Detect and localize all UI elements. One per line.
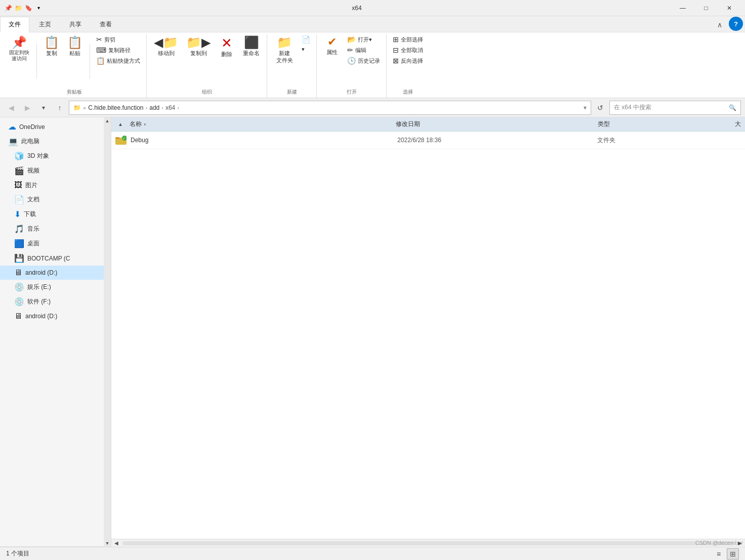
cut-button[interactable]: ✂ 剪切 (94, 34, 142, 45)
col-type-label: 类型 (598, 120, 610, 128)
open-label: 打开▾ (358, 36, 372, 44)
forward-button[interactable]: ▶ (20, 101, 34, 115)
col-name-sort-icon: ▾ (144, 122, 146, 127)
delete-button[interactable]: ✕ 删除 (216, 34, 238, 60)
col-header-date[interactable]: 修改日期 (392, 118, 594, 131)
col-header-type[interactable]: 类型 (594, 118, 731, 131)
content-area: ▲ 名称 ▾ 修改日期 类型 大 (111, 117, 745, 547)
sidebar-item-android[interactable]: 🖥 android (D:) (0, 266, 111, 280)
sidebar-item-videos[interactable]: 🎬 视频 (0, 163, 111, 178)
sidebar-scroll-up-btn[interactable]: ▲ (105, 118, 110, 123)
back-button[interactable]: ◀ (4, 101, 18, 115)
window-title: x64 (43, 5, 671, 12)
ribbon-group-open: ✔ 属性 📂 打开▾ ✏ 编辑 🕒 历史记录 打开 (317, 34, 387, 98)
sidebar-label-android: android (D:) (25, 269, 57, 276)
sidebar-item-bootcamp[interactable]: 💾 BOOTCAMP (C (0, 251, 111, 266)
sidebar-item-documents[interactable]: 📄 文档 (0, 192, 111, 207)
history-button[interactable]: 🕒 历史记录 (345, 56, 382, 66)
invert-select-button[interactable]: ⊠ 反向选择 (391, 56, 425, 66)
dropdown-arrow[interactable]: ▾ (34, 4, 43, 12)
select-all-icon: ⊞ (393, 35, 399, 44)
search-bar[interactable]: 在 x64 中搜索 🔍 (609, 101, 741, 115)
select-none-button[interactable]: ⊟ 全部取消 (391, 45, 425, 55)
search-icon[interactable]: 🔍 (729, 104, 736, 111)
address-crumb3[interactable]: x64 (165, 104, 175, 111)
new-item-button[interactable]: 📄 (300, 34, 312, 45)
close-button[interactable]: ✕ (718, 0, 741, 16)
debug-file-type: 文件夹 (597, 136, 731, 145)
sidebar-item-pictures[interactable]: 🖼 图片 (0, 178, 111, 192)
file-row-debug[interactable]: ✓ Debug 2022/6/28 18:36 文件夹 (111, 132, 745, 149)
refresh-button[interactable]: ↺ (593, 101, 607, 115)
move-to-button[interactable]: ◀📁 移动到 (151, 34, 181, 59)
sidebar-item-software[interactable]: 💿 软件 (F:) (0, 294, 111, 309)
help-button[interactable]: ? (729, 17, 743, 31)
list-view-button[interactable]: ≡ (713, 548, 725, 559)
cut-label: 剪切 (104, 36, 115, 44)
hscroll-track[interactable] (122, 541, 734, 545)
sidebar-item-onedrive[interactable]: ☁ OneDrive (0, 119, 111, 134)
copy-to-label: 复制到 (190, 50, 207, 57)
item-count: 1 个项目 (6, 549, 29, 558)
new-item-dropdown[interactable]: ▾ (300, 45, 312, 54)
ribbon-collapse-btn[interactable]: ∧ (713, 18, 727, 32)
bookmark-icon[interactable]: 🔖 (24, 4, 32, 12)
tab-share[interactable]: 共享 (61, 17, 90, 32)
sidebar-scroll-down-btn[interactable]: ▼ (105, 541, 110, 546)
pin-icon[interactable]: 📌 (4, 4, 12, 12)
sidebar-item-3dobjects[interactable]: 🧊 3D 对象 (0, 149, 111, 163)
col-header-name[interactable]: 名称 ▾ (126, 118, 392, 131)
properties-button[interactable]: ✔ 属性 (321, 34, 343, 58)
sidebar-label-onedrive: OneDrive (19, 123, 45, 131)
edit-button[interactable]: ✏ 编辑 (345, 45, 382, 55)
sidebar: ☁ OneDrive 💻 此电脑 🧊 3D 对象 🎬 视频 🖼 图片 📄 (0, 117, 111, 547)
sidebar-item-thispc[interactable]: 💻 此电脑 (0, 134, 111, 149)
select-small-btns: ⊞ 全部选择 ⊟ 全部取消 ⊠ 反向选择 (391, 34, 425, 66)
debug-file-name: Debug (131, 137, 397, 144)
copy-to-button[interactable]: 📁▶ 复制到 (183, 34, 214, 59)
up-button[interactable]: ↑ (53, 101, 67, 115)
minimize-button[interactable]: — (671, 0, 694, 16)
detail-view-button[interactable]: ⊞ (727, 548, 739, 559)
folder-icon-small[interactable]: 📁 (14, 4, 22, 12)
sidebar-item-desktop[interactable]: 🟦 桌面 (0, 236, 111, 251)
open-small-btns: 📂 打开▾ ✏ 编辑 🕒 历史记录 (345, 34, 382, 66)
open-button[interactable]: 📂 打开▾ (345, 34, 382, 45)
copy-path-button[interactable]: ⌨ 复制路径 (94, 45, 142, 55)
address-dropdown-btn[interactable]: ▾ (584, 104, 587, 111)
desktop-icon: 🟦 (14, 239, 24, 248)
sidebar-item-downloads[interactable]: ⬇ 下载 (0, 207, 111, 222)
hscroll-left-btn[interactable]: ◀ (112, 539, 120, 547)
col-size-label: 大 (735, 120, 741, 128)
pin-to-quick-access-button[interactable]: 📌 固定到快速访问 (6, 34, 32, 64)
sidebar-item-yle[interactable]: 💿 娱乐 (E:) (0, 280, 111, 294)
new-item-btns: 📄 ▾ (300, 34, 312, 54)
recent-locations-button[interactable]: ▾ (36, 101, 51, 115)
sidebar-item-android2[interactable]: 🖥 android (D:) (0, 309, 111, 323)
address-crumb2[interactable]: add (149, 104, 159, 111)
copy-button[interactable]: 📋 复制 (41, 34, 62, 59)
maximize-button[interactable]: □ (694, 0, 718, 16)
videos-icon: 🎬 (14, 166, 24, 176)
paste-button[interactable]: 📋 粘贴 (64, 34, 86, 59)
rename-button[interactable]: ⬛ 重命名 (240, 34, 263, 59)
address-bar[interactable]: 📁 « C.hide.bitee.function › add › x64 › … (69, 101, 591, 115)
tab-file[interactable]: 文件 (0, 17, 29, 32)
tab-view[interactable]: 查看 (91, 17, 120, 32)
move-to-label: 移动到 (158, 50, 175, 57)
statusbar: 1 个项目 ≡ ⊞ (0, 547, 745, 560)
col-header-size[interactable]: 大 (731, 118, 741, 131)
tab-home[interactable]: 主页 (30, 17, 60, 32)
paste-shortcut-button[interactable]: 📋 粘贴快捷方式 (94, 56, 142, 66)
select-all-button[interactable]: ⊞ 全部选择 (391, 34, 425, 45)
toolbar: ◀ ▶ ▾ ↑ 📁 « C.hide.bitee.function › add … (0, 98, 745, 117)
copy-icon: 📋 (44, 36, 59, 49)
horizontal-scrollbar[interactable]: ◀ ▶ (111, 539, 745, 547)
address-crumb1[interactable]: C.hide.bitee.function (88, 104, 143, 111)
svg-rect-1 (115, 137, 119, 139)
new-folder-icon: 📁 (277, 36, 292, 49)
sidebar-item-music[interactable]: 🎵 音乐 (0, 222, 111, 236)
new-folder-button[interactable]: 📁 新建文件夹 (271, 34, 298, 66)
search-placeholder-text: 在 x64 中搜索 (614, 103, 651, 112)
ribbon-group-clipboard: 📌 固定到快速访问 📋 复制 📋 粘贴 ✂ 剪切 (2, 34, 147, 98)
